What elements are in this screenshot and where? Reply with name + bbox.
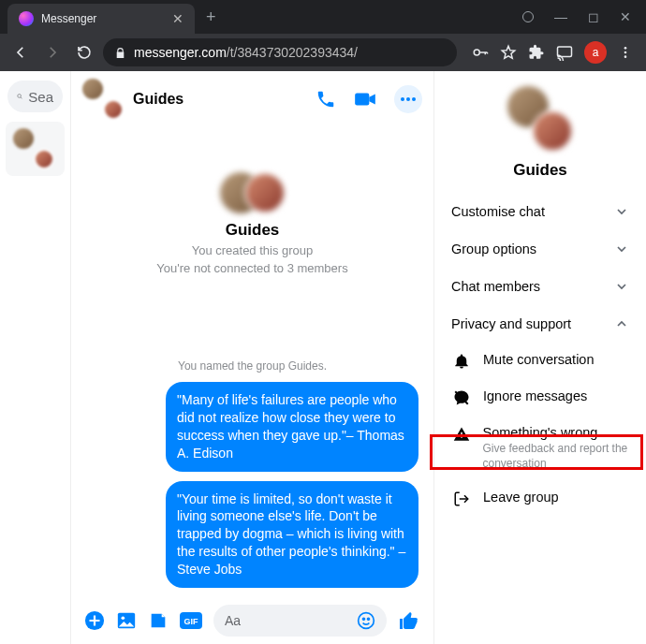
item-label: Ignore messages <box>483 388 587 403</box>
gif-icon[interactable]: GIF <box>180 612 202 629</box>
group-avatar-large <box>220 172 286 213</box>
app-content: Sea Guides Guides You created this group… <box>0 71 646 644</box>
search-icon <box>17 89 22 104</box>
svg-point-2 <box>624 47 627 50</box>
svg-point-5 <box>18 95 22 98</box>
close-tab-icon[interactable]: ✕ <box>172 11 184 26</box>
ignore-icon <box>451 388 472 406</box>
details-panel: Guides Customise chat Group options Chat… <box>434 71 646 644</box>
conversation-list: Sea <box>0 71 71 644</box>
chat-panel: Guides Guides You created this group You… <box>71 71 434 644</box>
leave-group-item[interactable]: Leave group <box>434 480 646 517</box>
item-label: Something's wrong <box>483 425 629 440</box>
tab-title: Messenger <box>41 12 96 25</box>
browser-tab[interactable]: Messenger ✕ <box>7 4 195 34</box>
cast-icon[interactable] <box>556 44 573 61</box>
section-label: Customise chat <box>451 204 545 219</box>
new-tab-button[interactable]: + <box>206 7 216 27</box>
created-line: You created this group <box>192 243 314 257</box>
back-button[interactable] <box>7 39 34 66</box>
message-bubble[interactable]: "Your time is limited, so don't waste it… <box>166 481 418 588</box>
warning-icon <box>451 425 472 443</box>
account-circle-icon[interactable] <box>522 11 534 22</box>
forward-button[interactable] <box>39 39 66 66</box>
svg-point-0 <box>474 50 479 55</box>
svg-point-17 <box>368 618 370 620</box>
close-window-icon[interactable]: ✕ <box>620 9 631 24</box>
svg-point-15 <box>359 613 374 629</box>
section-label: Privacy and support <box>451 316 571 331</box>
minimize-icon[interactable]: — <box>554 9 567 24</box>
group-avatar <box>13 128 54 169</box>
chevron-down-icon <box>614 242 629 256</box>
section-label: Chat members <box>451 279 540 294</box>
svg-point-3 <box>624 51 627 54</box>
sticker-icon[interactable] <box>148 610 169 631</box>
chevron-up-icon <box>614 316 629 331</box>
section-label: Group options <box>451 242 536 256</box>
profile-avatar[interactable]: a <box>584 41 607 64</box>
browser-toolbar: messenger.com/t/3843730202393434/ a <box>0 34 646 71</box>
details-title: Guides <box>513 161 567 180</box>
svg-text:GIF: GIF <box>184 617 199 626</box>
emoji-icon[interactable] <box>357 611 375 630</box>
chat-title: Guides <box>133 91 184 108</box>
bell-icon <box>451 352 472 370</box>
message-placeholder: Aa <box>225 613 241 628</box>
section-customise-chat[interactable]: Customise chat <box>451 193 629 230</box>
address-bar[interactable]: messenger.com/t/3843730202393434/ <box>103 38 457 66</box>
window-titlebar: Messenger ✕ + — ◻ ✕ <box>0 0 646 34</box>
window-controls: — ◻ ✕ <box>522 9 646 24</box>
composer: GIF Aa <box>71 597 433 644</box>
svg-point-16 <box>363 618 365 620</box>
section-privacy-support[interactable]: Privacy and support <box>451 305 629 343</box>
group-avatar-large <box>507 86 573 152</box>
star-icon[interactable] <box>500 44 517 61</box>
like-icon[interactable] <box>398 609 420 632</box>
search-input[interactable]: Sea <box>7 80 63 112</box>
reload-button[interactable] <box>71 39 97 66</box>
svg-point-9 <box>412 97 416 101</box>
group-avatar <box>82 79 124 120</box>
ignore-messages-item[interactable]: Ignore messages <box>434 379 646 416</box>
conversation-item[interactable] <box>6 122 65 176</box>
conversation-info-button[interactable] <box>394 85 422 113</box>
menu-icon[interactable] <box>618 45 633 60</box>
messenger-favicon <box>19 11 34 26</box>
chat-body: Guides You created this group You're not… <box>71 127 433 597</box>
svg-point-12 <box>122 616 125 620</box>
message-input[interactable]: Aa <box>213 605 387 637</box>
chat-header: Guides <box>71 71 433 127</box>
svg-point-4 <box>624 55 627 58</box>
svg-rect-6 <box>355 94 369 106</box>
extensions-icon[interactable] <box>528 44 545 61</box>
item-label: Leave group <box>483 490 559 505</box>
section-group-options[interactable]: Group options <box>451 230 629 268</box>
voice-call-icon[interactable] <box>316 89 336 110</box>
chevron-down-icon <box>614 204 629 219</box>
section-chat-members[interactable]: Chat members <box>451 268 629 305</box>
system-message: You named the group Guides. <box>178 359 327 373</box>
svg-point-8 <box>406 97 410 101</box>
key-icon[interactable] <box>472 44 489 61</box>
leave-icon <box>451 490 472 507</box>
lock-icon <box>114 47 126 59</box>
mute-conversation-item[interactable]: Mute conversation <box>434 343 646 379</box>
message-bubble[interactable]: "Many of life's failures are people who … <box>166 382 418 472</box>
image-icon[interactable] <box>116 610 137 631</box>
video-call-icon[interactable] <box>353 87 377 111</box>
connected-line: You're not connected to 3 members <box>156 261 347 275</box>
url-text: messenger.com/t/3843730202393434/ <box>134 45 358 60</box>
maximize-icon[interactable]: ◻ <box>588 9 599 24</box>
somethings-wrong-item[interactable]: Something's wrong Give feedback and repo… <box>434 416 646 480</box>
add-icon[interactable] <box>84 610 105 631</box>
chevron-down-icon <box>614 279 629 294</box>
item-subtitle: Give feedback and report the conversatio… <box>483 442 629 471</box>
group-name: Guides <box>226 221 280 240</box>
search-placeholder: Sea <box>28 89 53 105</box>
item-label: Mute conversation <box>483 352 594 367</box>
svg-point-7 <box>401 97 404 101</box>
